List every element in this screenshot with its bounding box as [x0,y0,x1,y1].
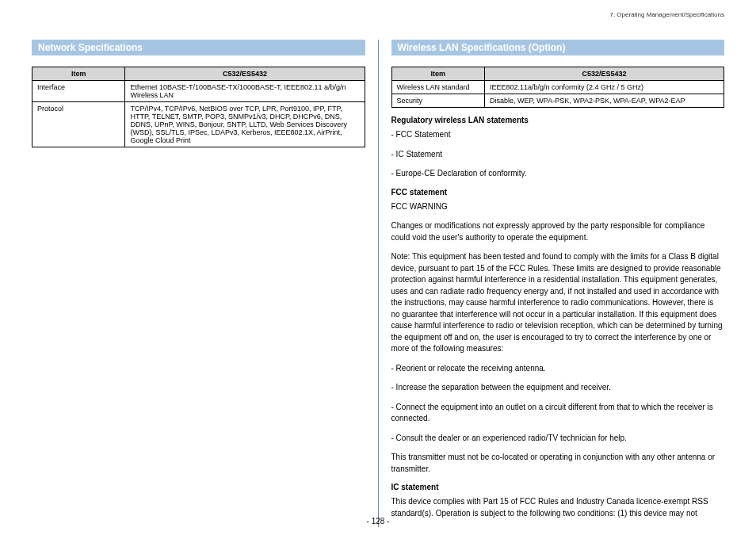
table-cell: Wireless LAN standard [391,81,484,94]
body-text: - Connect the equipment into an outlet o… [391,402,725,425]
table-cell: Ethernet 10BASE-T/100BASE-TX/1000BASE-T,… [125,81,365,102]
table-cell: Security [391,94,484,108]
left-column: Network Specifications Item C532/ES5432 … [32,40,365,527]
body-text: This transmitter must not be co-located … [391,452,725,475]
table-header-row: Item C532/ES5432 [32,67,365,81]
table-row: Interface Ethernet 10BASE-T/100BASE-TX/1… [32,81,365,102]
wireless-spec-table: Item C532/ES5432 Wireless LAN standard I… [391,67,725,108]
body-text: - Increase the separation between the eq… [391,382,725,394]
table-header: C532/ES5432 [125,67,365,81]
table-header-row: Item C532/ES5432 [391,67,724,81]
table-cell: Disable, WEP, WPA-PSK, WPA2-PSK, WPA-EAP… [484,94,724,108]
page-number: - 128 - [0,517,756,525]
table-header: C532/ES5432 [484,67,724,81]
body-text: - Europe-CE Declaration of conformity. [391,168,725,180]
right-column: Wireless LAN Specifications (Option) Ite… [391,40,725,527]
section-heading-network: Network Specifications [32,40,365,55]
breadcrumb: 7. Operating Management/Specifications [609,11,724,18]
table-row: Security Disable, WEP, WPA-PSK, WPA2-PSK… [391,94,724,108]
section-heading-wireless: Wireless LAN Specifications (Option) [391,40,725,55]
subheading-regulatory: Regulatory wireless LAN statements [391,116,725,124]
body-text: - FCC Statement [391,129,725,141]
table-cell: TCP/IPv4, TCP/IPv6, NetBIOS over TCP, LP… [125,102,365,147]
body-text: - Consult the dealer or an experienced r… [391,433,725,445]
body-text: - IC Statement [391,149,725,161]
table-row: Protocol TCP/IPv4, TCP/IPv6, NetBIOS ove… [32,102,365,147]
table-cell: IEEE802.11a/b/g/n conformity (2.4 GHz / … [484,81,724,94]
table-header: Item [32,67,125,81]
column-divider [378,40,379,527]
body-text: - Reorient or relocate the receiving ant… [391,363,725,375]
table-row: Wireless LAN standard IEEE802.11a/b/g/n … [391,81,724,94]
body-text: Changes or modifications not expressly a… [391,220,725,243]
body-text: This device complies with Part 15 of FCC… [391,496,725,519]
two-column-layout: Network Specifications Item C532/ES5432 … [32,40,724,527]
table-cell: Interface [32,81,125,102]
network-spec-table: Item C532/ES5432 Interface Ethernet 10BA… [32,67,365,147]
subheading-fcc: FCC statement [391,188,725,197]
body-text: FCC WARNING [391,201,725,213]
body-text: Note: This equipment has been tested and… [391,251,725,355]
subheading-ic: IC statement [391,483,725,491]
document-page: 7. Operating Management/Specifications N… [0,0,756,535]
table-cell: Protocol [32,102,125,147]
table-header: Item [391,67,484,81]
